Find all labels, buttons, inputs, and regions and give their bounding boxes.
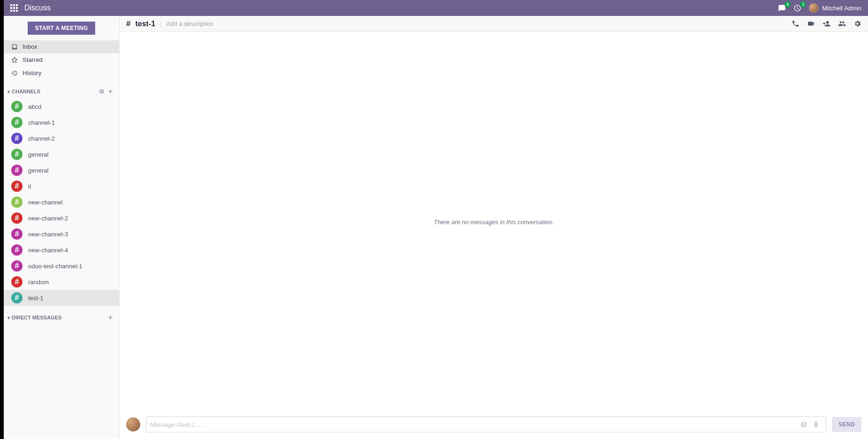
channel-new-channel-4[interactable]: #new-channel-4 (4, 242, 119, 258)
channel-label: channel-1 (28, 119, 55, 126)
dm-section-header[interactable]: ▾ DIRECT MESSAGES + (4, 306, 119, 325)
channels-section-header[interactable]: ▾ CHANNELS + (4, 80, 119, 98)
user-menu[interactable]: Mitchell Admin (809, 3, 861, 13)
channel-label: new-channel-3 (28, 231, 68, 238)
channel-it[interactable]: #it (4, 178, 119, 194)
send-button[interactable]: SEND (832, 417, 861, 432)
hash-icon: # (11, 292, 23, 303)
hash-icon: # (11, 244, 23, 256)
window-edge (0, 0, 4, 439)
channel-label: channel-2 (28, 135, 55, 142)
channel-general[interactable]: #general (4, 162, 119, 178)
thread-header: # test-1 | Add a description (120, 16, 868, 32)
user-name: Mitchell Admin (822, 5, 861, 12)
user-plus-icon (823, 20, 830, 28)
chevron-down-icon: ▾ (8, 315, 10, 320)
phone-icon (792, 20, 800, 28)
attach-button[interactable] (810, 421, 822, 428)
channel-abcd[interactable]: #abcd (4, 98, 119, 114)
hash-icon: # (11, 276, 23, 288)
hash-icon: # (11, 197, 23, 208)
channel-general[interactable]: #general (4, 146, 119, 162)
mailbox-label: Inbox (23, 42, 38, 52)
channel-label: test-1 (28, 295, 44, 302)
mailbox-history[interactable]: History (4, 67, 119, 80)
mailbox-label: History (23, 68, 41, 78)
channel-label: general (28, 167, 48, 174)
hash-icon: # (11, 117, 23, 128)
hash-icon: # (11, 212, 23, 224)
sidebar: START A MEETING InboxStarredHistory ▾ CH… (4, 16, 120, 439)
chevron-down-icon: ▾ (8, 89, 10, 94)
content-area: # test-1 | Add a description There are n… (120, 16, 868, 439)
gear-icon (853, 20, 861, 28)
channel-label: random (28, 279, 49, 286)
hash-icon: # (11, 228, 23, 240)
settings-button[interactable] (853, 20, 861, 28)
thread-body: There are no messages in this conversati… (120, 32, 868, 412)
hash-icon: # (11, 133, 23, 144)
activities-badge: 3 (800, 1, 807, 8)
avatar (809, 3, 818, 13)
dm-label: DIRECT MESSAGES (12, 315, 61, 320)
channel-test-1[interactable]: #test-1 (4, 290, 119, 306)
channel-random[interactable]: #random (4, 274, 119, 290)
history-icon (11, 70, 18, 76)
channel-new-channel[interactable]: #new-channel (4, 194, 119, 210)
channel-label: general (28, 151, 48, 158)
start-meeting-button[interactable]: START A MEETING (28, 22, 96, 35)
members-button[interactable] (838, 20, 846, 28)
mailbox-starred[interactable]: Starred (4, 53, 119, 67)
message-input[interactable] (150, 421, 798, 428)
gear-icon[interactable] (96, 88, 106, 95)
add-member-button[interactable] (823, 20, 830, 28)
users-icon (838, 20, 846, 28)
star-icon (11, 57, 18, 63)
channel-channel-1[interactable]: #channel-1 (4, 114, 119, 130)
channel-label: new-channel (28, 199, 63, 206)
avatar (126, 417, 140, 431)
channel-label: new-channel-4 (28, 247, 68, 254)
messages-badge: 4 (785, 1, 791, 8)
apps-menu-icon[interactable] (10, 4, 18, 12)
hash-icon: # (11, 101, 23, 112)
activities-button[interactable]: 3 (793, 4, 801, 12)
channel-label: new-channel-2 (28, 215, 68, 222)
video-icon (807, 20, 815, 28)
channel-label: odoo-test-channel-1 (28, 263, 83, 270)
video-call-button[interactable] (807, 20, 815, 28)
channel-new-channel-2[interactable]: #new-channel-2 (4, 210, 119, 226)
empty-state-text: There are no messages in this conversati… (434, 219, 554, 226)
thread-description-input[interactable]: Add a description (166, 20, 213, 27)
paperclip-icon (813, 421, 819, 428)
hash-icon: # (11, 149, 23, 160)
channel-odoo-test-channel-1[interactable]: #odoo-test-channel-1 (4, 258, 119, 274)
add-dm-button[interactable]: + (106, 313, 114, 322)
channel-channel-2[interactable]: #channel-2 (4, 130, 119, 146)
hash-icon: # (11, 181, 23, 192)
top-navbar: Discuss 4 3 Mitchell Admin (0, 0, 868, 16)
add-channel-button[interactable]: + (106, 87, 114, 96)
smile-icon (800, 421, 807, 428)
mailbox-label: Starred (23, 55, 43, 65)
hash-icon: # (11, 165, 23, 176)
thread-title: test-1 (135, 20, 155, 28)
emoji-button[interactable] (798, 421, 810, 428)
separator: | (160, 20, 161, 27)
mailbox-inbox[interactable]: Inbox (4, 40, 119, 53)
composer: SEND (120, 412, 868, 439)
channel-new-channel-3[interactable]: #new-channel-3 (4, 226, 119, 242)
channels-label: CHANNELS (12, 89, 40, 94)
call-button[interactable] (792, 20, 800, 28)
channel-label: abcd (28, 103, 41, 110)
hash-icon: # (11, 260, 23, 272)
messages-button[interactable]: 4 (778, 4, 786, 12)
inbox-icon (11, 44, 18, 50)
app-title: Discuss (24, 4, 51, 12)
hash-icon: # (126, 19, 130, 29)
channel-label: it (28, 183, 31, 190)
